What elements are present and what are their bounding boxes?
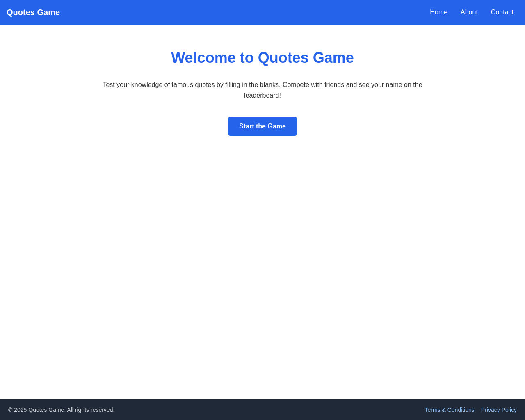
- page-description: Test your knowledge of famous quotes by …: [98, 80, 427, 100]
- nav-item-about[interactable]: About: [456, 5, 483, 19]
- main-nav: Home About Contact: [425, 5, 518, 19]
- site-header: Quotes Game Home About Contact: [0, 0, 525, 25]
- footer-privacy-link[interactable]: Privacy Policy: [481, 406, 517, 413]
- footer-terms-link[interactable]: Terms & Conditions: [425, 406, 474, 413]
- main-content: Welcome to Quotes Game Test your knowled…: [0, 25, 525, 399]
- copyright-text: © 2025 Quotes Game. All rights reserved.: [8, 406, 114, 413]
- brand-logo[interactable]: Quotes Game: [7, 8, 60, 17]
- start-game-button[interactable]: Start the Game: [228, 117, 297, 136]
- footer-links: Terms & Conditions Privacy Policy: [425, 406, 517, 413]
- site-footer: © 2025 Quotes Game. All rights reserved.…: [0, 399, 525, 420]
- nav-item-home[interactable]: Home: [425, 5, 452, 19]
- nav-item-contact[interactable]: Contact: [486, 5, 518, 19]
- page-title: Welcome to Quotes Game: [171, 49, 354, 66]
